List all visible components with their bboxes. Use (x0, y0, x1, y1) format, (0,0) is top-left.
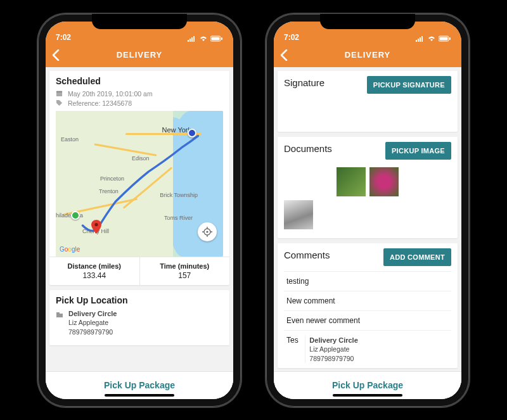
stat-distance-value: 133.44 (52, 271, 137, 280)
pickup-package-label: Pick Up Package (332, 380, 403, 390)
map-label: Easton (61, 136, 79, 143)
pickup-heading: Pick Up Location (56, 295, 223, 305)
building-icon (56, 310, 63, 318)
chevron-left-icon (280, 49, 288, 61)
svg-rect-2 (191, 37, 193, 42)
svg-point-9 (94, 222, 98, 226)
pickup-contact: Liz Applegate (309, 345, 357, 353)
wifi-icon (427, 35, 436, 42)
stat-distance: Distance (miles) 133.44 (49, 257, 139, 285)
scheduled-datetime: May 20th 2019, 10:01:00 am (68, 90, 153, 98)
route-map[interactable]: New York Easton Edison Princeton Trenton… (56, 111, 223, 257)
svg-rect-16 (56, 312, 60, 317)
signal-icon (188, 35, 196, 42)
status-icons (188, 35, 223, 42)
signature-heading: Signature (284, 77, 324, 88)
stat-time-value: 157 (143, 271, 228, 280)
document-thumbnail[interactable] (369, 167, 399, 196)
pickup-details: Delivery Circle Liz Applegate 7897989797… (56, 309, 223, 336)
map-label: Edison (132, 155, 150, 162)
nav-title: DELIVERY (117, 50, 163, 60)
pickup-location-card: Pick Up Location Delivery Circle Liz App… (49, 290, 229, 345)
document-thumbnail[interactable] (337, 167, 366, 196)
map-label: Princeton (100, 175, 124, 182)
phone-left: 7:02 DELIVERY Scheduled May 20th 2019, 1… (38, 14, 241, 407)
notch (92, 14, 187, 29)
map-label: Trenton (99, 188, 119, 194)
back-button[interactable] (280, 49, 288, 61)
comment-item[interactable]: Even newer comment (284, 310, 451, 330)
comment-item[interactable]: Tes Delivery Circle Liz Applegate 789798… (284, 330, 451, 368)
phone-right: 7:02 DELIVERY Signature PICKUP SIGNATURE (266, 14, 469, 407)
home-indicator[interactable] (105, 394, 174, 397)
pickup-tracking: 789798979790 (68, 328, 117, 336)
status-icons (416, 35, 451, 42)
svg-rect-6 (221, 37, 222, 40)
back-button[interactable] (52, 49, 60, 61)
scheduled-heading: Scheduled (56, 76, 223, 86)
comment-item[interactable]: testing (284, 271, 451, 291)
map-label: Brick Township (160, 192, 198, 198)
map-pin-current[interactable] (91, 220, 101, 234)
crosshair-icon (202, 227, 212, 237)
svg-rect-19 (418, 39, 419, 42)
svg-rect-20 (420, 37, 421, 42)
comments-card: Comments ADD COMMENT testing New comment… (278, 243, 458, 368)
svg-rect-5 (212, 37, 220, 40)
notch (320, 14, 415, 29)
battery-icon (210, 35, 223, 42)
scheduled-reference-row: Reference: 12345678 (56, 99, 223, 107)
tag-icon (56, 99, 63, 106)
nav-bar: DELIVERY (274, 43, 461, 67)
screen-right: 7:02 DELIVERY Signature PICKUP SIGNATURE (274, 22, 461, 399)
wifi-icon (199, 35, 208, 42)
pickup-business: Delivery Circle (309, 336, 357, 345)
pickup-business: Delivery Circle (68, 309, 117, 319)
map-marker-origin[interactable] (71, 211, 80, 220)
status-time: 7:02 (56, 33, 71, 42)
chevron-left-icon (52, 49, 60, 61)
battery-icon (439, 35, 451, 42)
content-left[interactable]: Scheduled May 20th 2019, 10:01:00 am Ref… (46, 67, 233, 399)
pickup-signature-button[interactable]: PICKUP SIGNATURE (367, 76, 451, 94)
signature-card: Signature PICKUP SIGNATURE (278, 71, 458, 132)
stat-time: Time (minutes) 157 (139, 257, 230, 285)
svg-rect-24 (449, 37, 451, 40)
screen-left: 7:02 DELIVERY Scheduled May 20th 2019, 1… (46, 22, 233, 399)
comment-item[interactable]: New comment (284, 291, 451, 310)
svg-rect-3 (193, 36, 195, 42)
pickup-image-button[interactable]: PICKUP IMAGE (385, 142, 451, 160)
svg-rect-0 (188, 40, 189, 42)
status-time: 7:02 (284, 33, 299, 42)
map-marker-destination[interactable] (188, 129, 196, 137)
svg-rect-18 (416, 40, 417, 42)
pickup-details-overlay: Delivery Circle Liz Applegate 7897989797… (305, 336, 361, 363)
map-label: Toms River (164, 215, 193, 221)
home-indicator[interactable] (333, 394, 402, 397)
add-comment-button[interactable]: ADD COMMENT (383, 248, 451, 266)
nav-title: DELIVERY (345, 50, 391, 60)
pickup-tracking: 789798979790 (309, 354, 357, 363)
document-thumbnails (284, 165, 451, 233)
route-stats: Distance (miles) 133.44 Time (minutes) 1… (49, 257, 229, 285)
documents-card: Documents PICKUP IMAGE (278, 137, 458, 238)
scheduled-reference: Reference: 12345678 (68, 99, 132, 107)
stat-distance-label: Distance (miles) (52, 262, 137, 270)
scheduled-datetime-row: May 20th 2019, 10:01:00 am (56, 90, 223, 98)
svg-rect-8 (56, 91, 62, 92)
locate-me-button[interactable] (198, 222, 217, 241)
comments-heading: Comments (284, 250, 330, 260)
svg-rect-21 (421, 36, 423, 42)
svg-rect-23 (440, 37, 448, 40)
svg-rect-17 (60, 314, 63, 317)
content-right[interactable]: Signature PICKUP SIGNATURE Documents PIC… (274, 67, 461, 399)
stat-time-label: Time (minutes) (143, 262, 228, 270)
calendar-icon (56, 90, 63, 97)
document-thumbnail[interactable] (284, 200, 313, 229)
nav-bar: DELIVERY (46, 43, 233, 67)
map-attribution: Google (60, 246, 80, 253)
scheduled-card: Scheduled May 20th 2019, 10:01:00 am Ref… (49, 71, 229, 285)
pickup-contact: Liz Applegate (68, 318, 117, 327)
documents-heading: Documents (284, 143, 332, 154)
comment-text: Tes (286, 336, 303, 345)
